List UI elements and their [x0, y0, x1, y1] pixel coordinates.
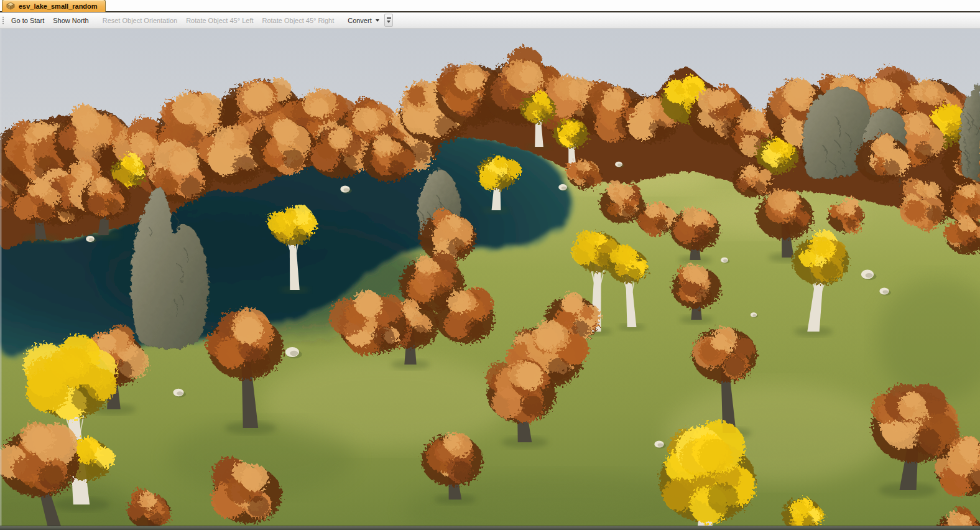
overflow-chevron-down-icon: [387, 21, 391, 23]
toolbar-button-rotate-object-45-right: Rotate Object 45° Right: [258, 15, 339, 26]
toolbar-button-go-to-start[interactable]: Go to Start: [7, 15, 49, 26]
scene-canvas: [0, 29, 980, 530]
toolbar-items: Go to StartShow NorthReset Object Orient…: [7, 15, 384, 26]
toolbar-button-label: Rotate Object 45° Left: [186, 17, 253, 24]
viewport-left-edge: [0, 29, 2, 530]
toolbar-button-rotate-object-45-left: Rotate Object 45° Left: [182, 15, 257, 26]
toolbar-grip-handle[interactable]: [2, 16, 4, 25]
toolbar: Go to StartShow NorthReset Object Orient…: [0, 12, 980, 29]
bottom-strip: [0, 526, 980, 530]
toolbar-button-label: Go to Start: [11, 17, 44, 24]
editor-window: esv_lake_small_random Go to StartShow No…: [0, 0, 980, 530]
toolbar-button-label: Show North: [53, 17, 88, 24]
toolbar-button-label: Reset Object Orientation: [103, 17, 177, 24]
toolbar-overflow-button[interactable]: [384, 14, 393, 27]
autumn-tree[interactable]: [733, 164, 773, 197]
tab-bar: esv_lake_small_random: [0, 0, 980, 12]
tab-esv-lake-small-random[interactable]: esv_lake_small_random: [2, 0, 106, 12]
toolbar-button-show-north[interactable]: Show North: [49, 15, 93, 26]
crate-icon: [6, 2, 16, 10]
overflow-bar-icon: [387, 17, 391, 19]
tab-label: esv_lake_small_random: [19, 2, 98, 10]
toolbar-button-label: Convert: [348, 17, 372, 24]
toolbar-button-label: Rotate Object 45° Right: [262, 17, 335, 24]
viewport-3d-scene[interactable]: [0, 29, 980, 530]
dropdown-arrow-icon: [376, 19, 379, 22]
toolbar-button-convert[interactable]: Convert: [343, 15, 384, 26]
toolbar-button-reset-object-orientation: Reset Object Orientation: [98, 15, 182, 26]
